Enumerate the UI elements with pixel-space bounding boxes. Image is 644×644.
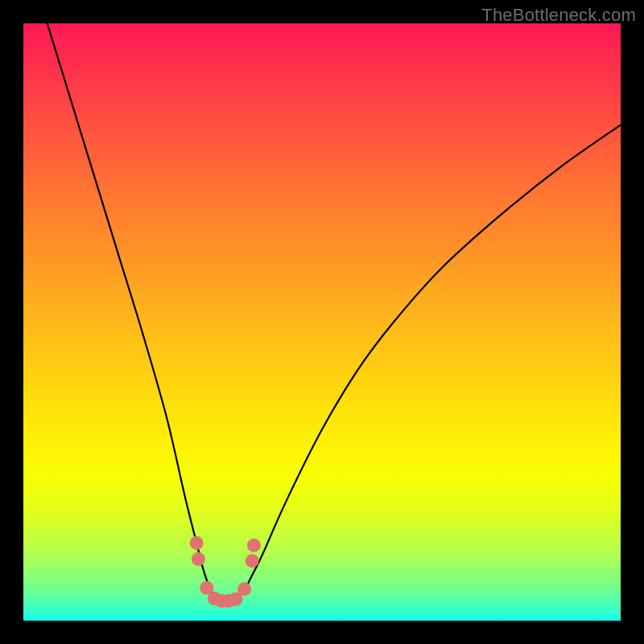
marker-dot xyxy=(247,539,261,552)
marker-dot xyxy=(246,554,259,568)
chart-plot-area xyxy=(23,23,621,621)
marker-dot xyxy=(190,536,204,550)
marker-dots-group xyxy=(190,536,261,608)
chart-frame: TheBottleneck.com xyxy=(0,0,644,644)
chart-svg xyxy=(23,23,621,621)
marker-dot xyxy=(237,582,251,596)
marker-dot xyxy=(192,552,205,566)
watermark-text: TheBottleneck.com xyxy=(481,5,636,26)
bottleneck-curve xyxy=(47,23,621,603)
